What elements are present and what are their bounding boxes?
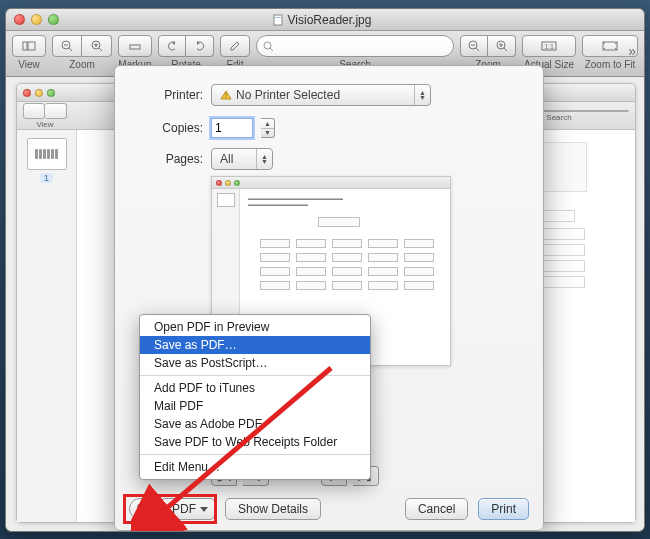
svg-text:!: !: [225, 92, 227, 99]
chevron-right-icon[interactable]: »: [628, 43, 636, 59]
zoom-out-2-button[interactable]: [460, 35, 488, 57]
chevron-down-icon[interactable]: ▼: [261, 129, 274, 138]
search-input[interactable]: [256, 35, 454, 57]
rotate-left-button[interactable]: [158, 35, 186, 57]
minimize-icon[interactable]: [35, 89, 43, 97]
menu-mail-pdf[interactable]: Mail PDF: [140, 397, 370, 415]
svg-rect-0: [274, 15, 282, 25]
dialog-button-row: ? PDF Show Details Cancel Print: [115, 498, 543, 520]
rotate-right-button[interactable]: [186, 35, 214, 57]
svg-rect-3: [28, 42, 35, 50]
svg-line-18: [504, 48, 507, 51]
print-button[interactable]: Print: [478, 498, 529, 520]
svg-rect-1: [275, 17, 281, 18]
zoom-in-2-button[interactable]: [488, 35, 516, 57]
zoom-in-button[interactable]: [82, 35, 112, 57]
chevron-updown-icon: ▲▼: [256, 149, 272, 169]
pdf-label: PDF: [172, 502, 196, 516]
chevron-up-icon[interactable]: ▲: [261, 119, 274, 129]
minimize-icon[interactable]: [31, 14, 42, 25]
svg-rect-23: [603, 42, 617, 50]
zoom-icon[interactable]: [47, 89, 55, 97]
svg-line-5: [69, 48, 72, 51]
viewer-search-label: Search: [546, 113, 571, 122]
preview-app-window: VisioReader.jpg View Zoom Markup Rotate: [5, 8, 645, 532]
toolbar-label: Zoom: [69, 59, 95, 70]
menu-edit-menu[interactable]: Edit Menu…: [140, 458, 370, 476]
copies-input[interactable]: [211, 118, 253, 138]
actual-size-button[interactable]: 1:1: [522, 35, 576, 57]
content-area: View Search 1: [6, 77, 644, 531]
markup-button[interactable]: [118, 35, 152, 57]
pdf-menu-button[interactable]: PDF: [161, 498, 215, 520]
thumbnail[interactable]: [27, 138, 67, 170]
pdf-dropdown-menu: Open PDF in Preview Save as PDF… Save as…: [139, 314, 371, 480]
window-title: VisioReader.jpg: [59, 13, 584, 27]
menu-add-itunes[interactable]: Add PDF to iTunes: [140, 379, 370, 397]
close-icon[interactable]: [23, 89, 31, 97]
page-badge: 1: [40, 173, 53, 183]
viewer-sidebar: 1: [17, 130, 77, 522]
chevron-down-icon: [200, 507, 208, 512]
copies-stepper[interactable]: ▲▼: [261, 118, 275, 138]
menu-save-as-pdf[interactable]: Save as PDF…: [140, 336, 370, 354]
svg-rect-11: [130, 45, 140, 49]
preview-titlebar: [212, 177, 450, 189]
window-titlebar[interactable]: VisioReader.jpg: [6, 9, 644, 31]
document-icon: [272, 14, 284, 26]
zoom-icon[interactable]: [48, 14, 59, 25]
close-icon: [216, 180, 222, 186]
warning-icon: !: [220, 90, 232, 100]
search-icon: [263, 41, 274, 52]
viewer-view-1[interactable]: [23, 103, 45, 119]
svg-line-15: [476, 48, 479, 51]
help-button[interactable]: ?: [129, 498, 151, 520]
pages-value: All: [220, 152, 233, 166]
window-title-text: VisioReader.jpg: [288, 13, 372, 27]
chevron-updown-icon: ▲▼: [414, 85, 430, 105]
printer-label: Printer:: [133, 88, 203, 102]
zoom-out-button[interactable]: [52, 35, 82, 57]
printer-value: No Printer Selected: [236, 88, 340, 102]
viewer-view-2[interactable]: [45, 103, 67, 119]
copies-label: Copies:: [133, 121, 203, 135]
viewer-view-label: View: [36, 120, 53, 129]
traffic-lights: [6, 14, 59, 25]
cancel-button[interactable]: Cancel: [405, 498, 468, 520]
svg-line-8: [99, 48, 102, 51]
edit-button[interactable]: [220, 35, 250, 57]
minimize-icon: [225, 180, 231, 186]
pages-label: Pages:: [133, 152, 203, 166]
menu-save-adobe[interactable]: Save as Adobe PDF: [140, 415, 370, 433]
toolbar-label: Zoom to Fit: [585, 59, 636, 70]
svg-text:1:1: 1:1: [544, 43, 554, 50]
menu-open-preview[interactable]: Open PDF in Preview: [140, 318, 370, 336]
close-icon[interactable]: [14, 14, 25, 25]
toolbar-label: View: [18, 59, 40, 70]
pages-select[interactable]: All ▲▼: [211, 148, 273, 170]
svg-point-12: [264, 42, 271, 49]
view-button[interactable]: [12, 35, 46, 57]
svg-line-13: [270, 48, 273, 51]
menu-save-as-postscript[interactable]: Save as PostScript…: [140, 354, 370, 372]
show-details-button[interactable]: Show Details: [225, 498, 321, 520]
menu-save-receipts[interactable]: Save PDF to Web Receipts Folder: [140, 433, 370, 451]
svg-rect-2: [23, 42, 27, 50]
zoom-icon: [234, 180, 240, 186]
printer-select[interactable]: ! No Printer Selected ▲▼: [211, 84, 431, 106]
